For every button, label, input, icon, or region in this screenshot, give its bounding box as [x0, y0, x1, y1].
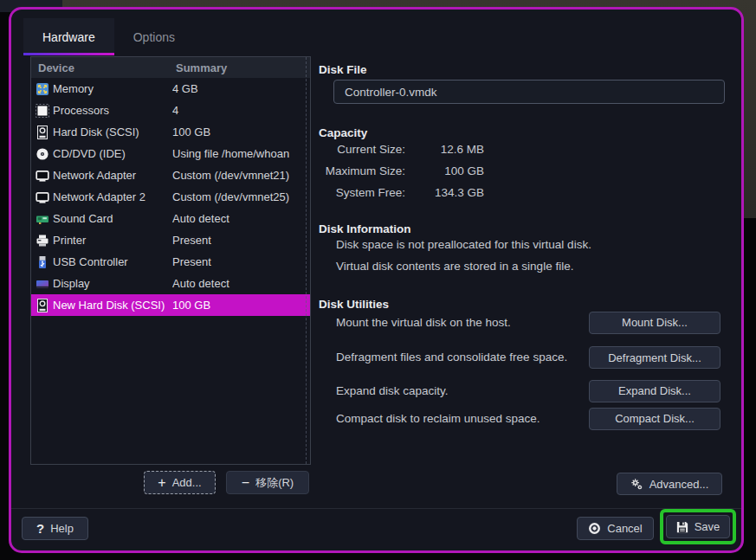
device-summary: Present — [172, 255, 310, 268]
plus-icon: + — [158, 476, 165, 490]
capacity-grid: Current Size:12.6 MBMaximum Size:100 GBS… — [318, 143, 484, 208]
device-name: New Hard Disk (SCSI) — [53, 299, 172, 312]
processors-icon — [36, 104, 49, 118]
capacity-heading: Capacity — [319, 126, 367, 139]
cd-dvd-icon — [36, 147, 49, 161]
device-summary: Present — [172, 234, 310, 247]
device-name: USB Controller — [53, 255, 172, 268]
device-name: CD/DVD (IDE) — [53, 147, 172, 160]
device-name: Sound Card — [53, 212, 172, 225]
utility-description: Defragment files and consolidate free sp… — [336, 350, 580, 365]
device-summary: Using file /home/whoan — [172, 147, 310, 160]
device-row[interactable]: CD/DVD (IDE)Using file /home/whoan — [31, 143, 310, 164]
device-table-header: Device Summary — [31, 57, 310, 78]
device-name: Hard Disk (SCSI) — [53, 126, 172, 138]
save-button[interactable]: Save — [666, 515, 730, 538]
utility-row: Compact disk to reclaim unused space.Com… — [336, 407, 720, 430]
device-table: Device Summary Memory4 GBProcessors4Hard… — [30, 56, 311, 465]
network-adapter-icon — [36, 169, 49, 183]
device-summary: Custom (/dev/vmnet21) — [172, 169, 310, 182]
save-button-highlight: Save — [660, 509, 736, 544]
device-row[interactable]: PrinterPresent — [31, 229, 310, 251]
disk-information-line: Virtual disk contents are stored in a si… — [336, 255, 591, 277]
device-row[interactable]: USB ControllerPresent — [31, 251, 310, 273]
expand-disk-button[interactable]: Expand Disk... — [589, 380, 720, 402]
defragment-disk-button[interactable]: Defragment Disk... — [589, 346, 720, 369]
device-rows: Memory4 GBProcessors4Hard Disk (SCSI)100… — [31, 78, 310, 316]
disk-utilities-rows: Mount the virtual disk on the host.Mount… — [336, 311, 720, 434]
device-name: Display — [53, 277, 172, 290]
utility-row: Defragment files and consolidate free sp… — [336, 338, 720, 377]
capacity-value: 12.6 MB — [405, 143, 484, 164]
remove-device-button[interactable]: − 移除(R) — [226, 471, 309, 494]
printer-icon — [36, 234, 49, 248]
device-row[interactable]: Sound CardAuto detect — [31, 208, 310, 229]
disk-file-heading: Disk File — [319, 63, 367, 76]
utility-row: Mount the virtual disk on the host.Mount… — [336, 311, 720, 334]
footer-divider — [11, 508, 741, 509]
utility-description: Compact disk to reclaim unused space. — [336, 411, 580, 427]
device-summary: 100 GB — [172, 299, 310, 312]
save-floppy-icon — [676, 521, 688, 533]
device-row[interactable]: DisplayAuto detect — [31, 273, 310, 294]
gears-icon — [630, 478, 643, 491]
utility-description: Expand disk capacity. — [336, 383, 580, 399]
disk-file-input[interactable] — [333, 80, 725, 104]
device-name: Memory — [53, 82, 172, 95]
capacity-label: System Free: — [318, 186, 405, 208]
disk-information-lines: Disk space is not preallocated for this … — [336, 234, 591, 277]
tab-options[interactable]: Options — [114, 18, 194, 55]
device-row[interactable]: Processors4 — [31, 100, 310, 121]
tab-hardware[interactable]: Hardware — [23, 18, 114, 55]
advanced-button[interactable]: Advanced... — [617, 473, 722, 495]
device-row[interactable]: Memory4 GB — [31, 78, 310, 100]
display-icon — [36, 277, 49, 291]
device-row[interactable]: Network AdapterCustom (/dev/vmnet21) — [31, 164, 310, 186]
disk-information-line: Disk space is not preallocated for this … — [336, 234, 591, 255]
tab-bar: Hardware Options — [23, 18, 194, 55]
device-summary: 4 — [172, 104, 310, 117]
network-adapter-icon — [36, 190, 49, 204]
device-summary: 4 GB — [172, 82, 310, 95]
capacity-label: Maximum Size: — [318, 164, 405, 186]
device-row[interactable]: Hard Disk (SCSI)100 GB — [31, 121, 310, 143]
device-name: Network Adapter — [53, 169, 172, 182]
vm-settings-dialog: Hardware Options Device Summary Memory4 … — [9, 7, 744, 553]
cancel-button[interactable]: Cancel — [577, 517, 654, 540]
device-row[interactable]: Network Adapter 2Custom (/dev/vmnet25) — [31, 186, 310, 208]
device-name: Printer — [53, 234, 172, 247]
column-header-device: Device — [31, 61, 176, 74]
mount-disk-button[interactable]: Mount Disk... — [589, 312, 720, 334]
column-header-summary: Summary — [176, 61, 227, 74]
disk-utilities-heading: Disk Utilities — [319, 298, 389, 311]
capacity-value: 100 GB — [405, 164, 484, 186]
device-summary: 100 GB — [172, 126, 310, 138]
device-name: Network Adapter 2 — [53, 190, 172, 203]
capacity-label: Current Size: — [318, 143, 405, 164]
question-mark-icon: ? — [36, 521, 44, 536]
device-name: Processors — [53, 104, 172, 117]
device-summary: Custom (/dev/vmnet25) — [172, 190, 310, 203]
device-summary: Auto detect — [172, 277, 310, 290]
capacity-value: 134.3 GB — [405, 186, 484, 208]
sound-card-icon — [36, 212, 49, 226]
device-row[interactable]: New Hard Disk (SCSI)100 GB — [31, 294, 310, 316]
utility-description: Mount the virtual disk on the host. — [336, 315, 580, 331]
add-device-button[interactable]: + Add... — [144, 471, 216, 494]
minus-icon: − — [242, 476, 249, 490]
device-summary: Auto detect — [172, 212, 310, 225]
help-button[interactable]: ? Help — [22, 517, 88, 540]
hard-disk-icon — [36, 299, 49, 312]
usb-controller-icon — [36, 255, 49, 269]
hard-disk-icon — [36, 126, 49, 139]
compact-disk-button[interactable]: Compact Disk... — [589, 408, 720, 430]
cancel-icon — [588, 522, 601, 535]
utility-row: Expand disk capacity.Expand Disk... — [336, 379, 720, 402]
memory-icon — [36, 82, 49, 96]
